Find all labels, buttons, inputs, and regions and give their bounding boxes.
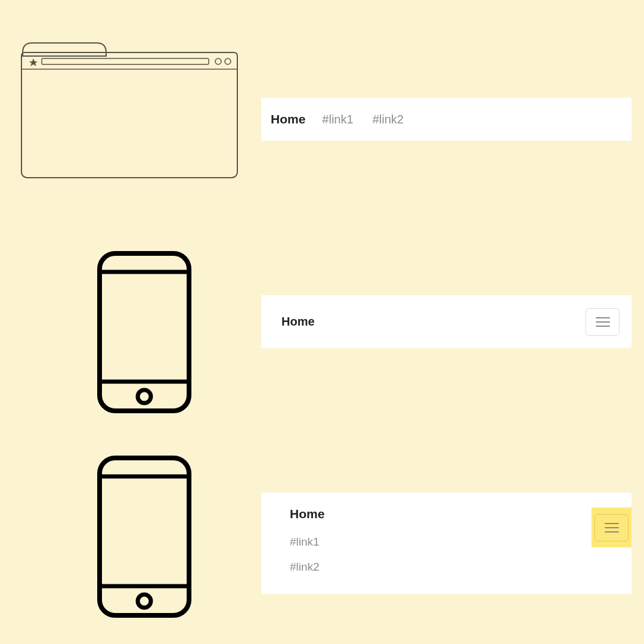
hamburger-button[interactable] xyxy=(586,308,620,336)
svg-point-11 xyxy=(138,595,151,608)
phone-wireframe xyxy=(97,455,192,618)
browser-wireframe xyxy=(19,39,240,180)
hamburger-icon xyxy=(605,523,619,532)
navbar-desktop: Home #link1 #link2 xyxy=(261,98,631,141)
svg-point-7 xyxy=(138,390,151,403)
svg-point-1 xyxy=(215,58,221,64)
navbar-brand[interactable]: Home xyxy=(281,315,315,329)
svg-rect-4 xyxy=(100,253,189,411)
nav-link-1[interactable]: #link1 xyxy=(290,530,608,555)
hamburger-icon xyxy=(596,317,610,327)
hamburger-highlight xyxy=(592,507,631,547)
navbar-brand[interactable]: Home xyxy=(271,112,305,126)
navbar-mobile-collapsed: Home xyxy=(261,295,631,348)
phone-wireframe xyxy=(97,250,192,414)
svg-rect-0 xyxy=(42,58,209,64)
hamburger-button-active[interactable] xyxy=(595,514,628,541)
svg-point-2 xyxy=(225,58,231,64)
svg-rect-8 xyxy=(100,458,189,615)
navbar-mobile-expanded: Home #link1 #link2 xyxy=(261,493,631,594)
nav-link-1[interactable]: #link1 xyxy=(322,113,353,126)
navbar-brand[interactable]: Home xyxy=(290,507,608,521)
nav-link-2[interactable]: #link2 xyxy=(373,113,404,126)
nav-link-2[interactable]: #link2 xyxy=(290,555,608,580)
